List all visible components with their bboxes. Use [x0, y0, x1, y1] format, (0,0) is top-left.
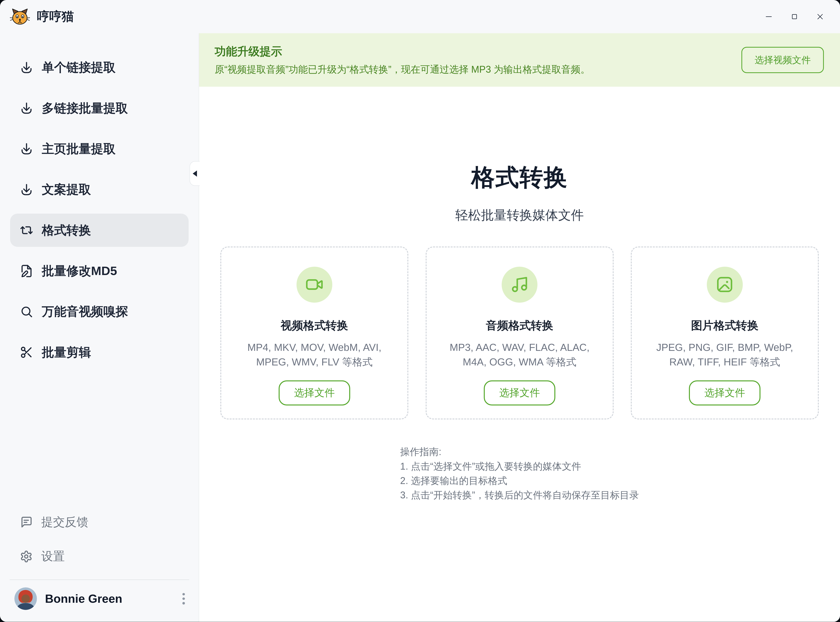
avatar: [14, 587, 37, 610]
main-content: 功能升级提示 原“视频提取音频”功能已升级为“格式转换”，现在可通过选择 MP3…: [199, 33, 840, 622]
sidebar-nav: 单个链接提取 多链接批量提取 主页批量提取 文案提取 格式转换 批量修改MD5: [0, 33, 199, 369]
banner-body: 原“视频提取音频”功能已升级为“格式转换”，现在可通过选择 MP3 为输出格式提…: [215, 63, 590, 76]
user-profile[interactable]: Bonnie Green: [14, 587, 189, 610]
chevron-left-icon: [193, 171, 197, 177]
maximize-button[interactable]: [788, 10, 802, 24]
operation-guide-text: 操作指南: 1. 点击“选择文件”或拖入要转换的媒体文件 2. 选择要输出的目标…: [400, 445, 639, 503]
sidebar-item-label: 万能音视频嗅探: [42, 303, 128, 320]
profile-menu-button[interactable]: [178, 590, 189, 608]
guide-step: 3. 点击“开始转换”，转换后的文件将自动保存至目标目录: [400, 488, 639, 502]
sidebar-item-label: 格式转换: [42, 222, 91, 239]
sidebar-item-feedback[interactable]: 提交反馈: [10, 506, 188, 539]
download-icon: [20, 183, 33, 196]
sidebar-item-label: 单个链接提取: [42, 59, 116, 76]
app-title: 哼哼猫: [37, 8, 74, 25]
sidebar-item-batch-clip[interactable]: 批量剪辑: [10, 336, 188, 369]
card-title: 视频格式转换: [221, 318, 407, 333]
banner-title: 功能升级提示: [215, 44, 590, 59]
page-title: 格式转换: [199, 162, 840, 194]
sidebar-item-universal-sniffer[interactable]: 万能音视频嗅探: [10, 295, 188, 328]
kebab-dot: [182, 598, 185, 600]
app-window: 哼哼猫 单个链接提取 多链接批量提取: [0, 0, 840, 622]
image-icon-circle: [707, 267, 743, 303]
page-subtitle: 轻松批量转换媒体文件: [199, 206, 840, 224]
close-button[interactable]: [813, 10, 827, 24]
sidebar-item-copywriting-extract[interactable]: 文案提取: [10, 173, 188, 206]
sidebar-item-label: 设置: [41, 549, 65, 564]
banner-text: 功能升级提示 原“视频提取音频”功能已升级为“格式转换”，现在可通过选择 MP3…: [215, 44, 590, 76]
sidebar-item-label: 批量修改MD5: [42, 262, 117, 279]
titlebar: 哼哼猫: [0, 0, 840, 33]
audio-select-files-button[interactable]: 选择文件: [484, 380, 555, 406]
minimize-icon: [765, 13, 773, 21]
sidebar-item-format-convert[interactable]: 格式转换: [10, 213, 188, 247]
card-description: MP4, MKV, MOV, WebM, AVI, MPEG, WMV, FLV…: [232, 340, 396, 369]
guide-heading: 操作指南:: [400, 445, 639, 459]
upgrade-banner: 功能升级提示 原“视频提取音频”功能已升级为“格式转换”，现在可通过选择 MP3…: [199, 33, 840, 87]
music-note-icon: [510, 276, 529, 294]
window-controls: [762, 10, 827, 24]
guide-step: 1. 点击“选择文件”或拖入要转换的媒体文件: [400, 459, 639, 474]
sidebar-item-label: 多链接批量提取: [42, 100, 128, 117]
video-icon-circle: [296, 267, 333, 303]
sidebar-collapse-handle[interactable]: [189, 161, 200, 186]
guide-step: 2. 选择要输出的目标格式: [400, 474, 639, 488]
sidebar-item-batch-modify-md5[interactable]: 批量修改MD5: [10, 255, 188, 288]
image-select-files-button[interactable]: 选择文件: [689, 380, 761, 406]
sidebar-footer: 提交反馈 设置: [0, 506, 199, 622]
app-logo-cat-icon: [10, 6, 30, 27]
message-square-icon: [20, 516, 33, 529]
sidebar-item-multi-link-batch-extract[interactable]: 多链接批量提取: [10, 91, 188, 125]
gear-icon: [20, 550, 33, 563]
card-title: 音频格式转换: [427, 318, 613, 333]
minimize-button[interactable]: [762, 10, 776, 24]
sidebar: 单个链接提取 多链接批量提取 主页批量提取 文案提取 格式转换 批量修改MD5: [0, 33, 199, 622]
close-icon: [816, 13, 824, 21]
sidebar-item-settings[interactable]: 设置: [10, 540, 188, 573]
search-icon: [20, 305, 33, 319]
card-description: MP3, AAC, WAV, FLAC, ALAC, M4A, OGG, WMA…: [438, 340, 602, 369]
converter-cards: 视频格式转换 MP4, MKV, MOV, WebM, AVI, MPEG, W…: [199, 247, 840, 419]
scissors-icon: [20, 346, 33, 359]
kebab-dot: [182, 593, 185, 595]
sidebar-item-label: 主页批量提取: [42, 140, 116, 157]
download-icon: [20, 142, 33, 156]
user-name: Bonnie Green: [45, 592, 122, 605]
stage: 哼哼猫 单个链接提取 多链接批量提取: [0, 0, 840, 622]
kebab-dot: [182, 602, 185, 604]
video-select-files-button[interactable]: 选择文件: [279, 380, 350, 406]
download-icon: [20, 101, 33, 115]
operation-guide: 操作指南: 1. 点击“选择文件”或拖入要转换的媒体文件 2. 选择要输出的目标…: [199, 445, 840, 503]
sidebar-item-label: 批量剪辑: [42, 344, 91, 361]
card-title: 图片格式转换: [632, 318, 818, 333]
sidebar-item-single-link-extract[interactable]: 单个链接提取: [10, 51, 188, 84]
sidebar-item-homepage-batch-extract[interactable]: 主页批量提取: [10, 132, 188, 165]
repeat-icon: [20, 224, 33, 237]
video-convert-card[interactable]: 视频格式转换 MP4, MKV, MOV, WebM, AVI, MPEG, W…: [220, 247, 408, 419]
image-convert-card[interactable]: 图片格式转换 JPEG, PNG, GIF, BMP, WebP, RAW, T…: [631, 247, 819, 419]
card-description: JPEG, PNG, GIF, BMP, WebP, RAW, TIFF, HE…: [643, 340, 807, 369]
file-pen-icon: [20, 264, 33, 278]
download-icon: [20, 61, 33, 74]
maximize-icon: [790, 13, 799, 21]
image-icon: [716, 276, 734, 294]
sidebar-item-label: 提交反馈: [41, 514, 88, 530]
select-video-file-button[interactable]: 选择视频文件: [741, 47, 824, 73]
audio-icon-circle: [502, 267, 538, 303]
sidebar-item-label: 文案提取: [42, 181, 91, 198]
sidebar-divider: [10, 579, 189, 580]
audio-convert-card[interactable]: 音频格式转换 MP3, AAC, WAV, FLAC, ALAC, M4A, O…: [426, 247, 614, 419]
video-camera-icon: [305, 276, 324, 294]
